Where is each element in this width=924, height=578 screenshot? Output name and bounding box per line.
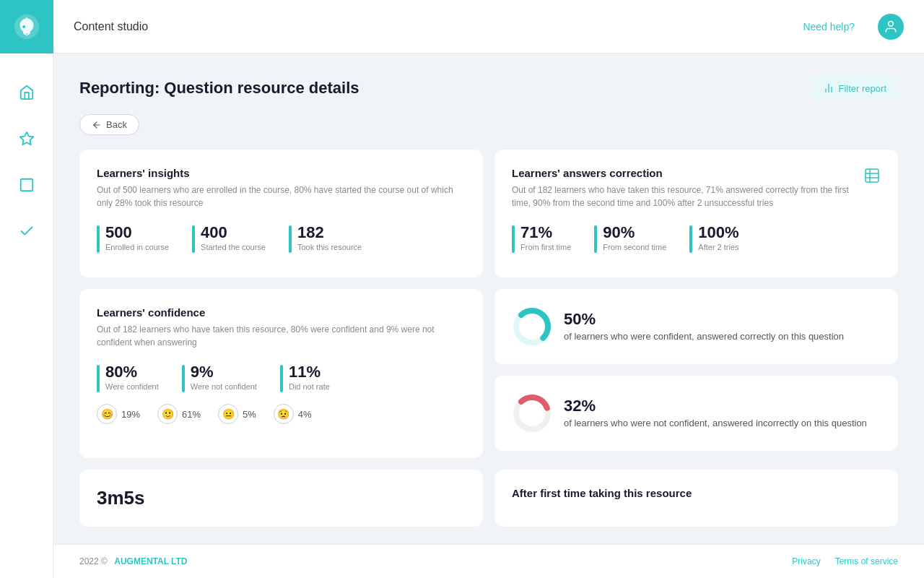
sidebar-navigation: [14, 79, 40, 244]
page-title: Reporting: Question resource details: [79, 79, 359, 98]
app-header: Content studio Need help?: [53, 0, 924, 53]
back-arrow-icon: [92, 120, 102, 130]
emoji-neutral-icon: 😐: [218, 404, 238, 424]
svg-marker-3: [19, 132, 32, 144]
stat-label-first-time: From first time: [520, 243, 571, 251]
page-footer: 2022 © AUGMENTAL LTD Privacy Terms of se…: [53, 544, 924, 578]
emoji-happy: 🙂 61%: [157, 404, 201, 424]
confidence-desc: Out of 182 learners who have taken this …: [97, 323, 466, 349]
stat-label-after-tries: After 2 tries: [698, 243, 738, 251]
stat-not-confident: 9% Were not confident: [182, 363, 257, 392]
emoji-sad-icon: 😟: [274, 404, 294, 424]
stat-value-after-tries: 100%: [698, 224, 738, 241]
confidence-32-content: 32% of learners who were not confident, …: [494, 376, 898, 451]
bottom-cards-row: 3m5s After first time taking this resour…: [79, 470, 898, 527]
back-button[interactable]: Back: [79, 114, 139, 135]
emoji-very-happy-icon: 😊: [97, 404, 117, 424]
emoji-neutral-value: 5%: [243, 409, 256, 420]
sidebar: [0, 0, 53, 578]
time-value: 3m5s: [97, 487, 466, 509]
stat-label-second-time: From second time: [603, 243, 666, 251]
top-cards-grid: Learners' insights Out of 500 learners w…: [79, 150, 898, 458]
stat-bar-took: [289, 225, 292, 253]
emoji-ratings-row: 😊 19% 🙂 61% 😐 5% 😟 4: [97, 404, 466, 424]
confidence-50-desc: of learners who were confident, answered…: [564, 330, 844, 343]
emoji-very-happy-value: 19%: [121, 409, 140, 420]
learners-insights-title: Learners' insights: [97, 167, 466, 179]
answers-correction-title: Learners' answers correction: [512, 167, 863, 179]
learners-insights-card: Learners' insights Out of 500 learners w…: [79, 150, 483, 277]
filter-report-button[interactable]: Filter report: [811, 77, 898, 100]
confidence-32-text: 32% of learners who were not confident, …: [564, 397, 867, 430]
stat-label-confident: Were confident: [105, 382, 159, 391]
stat-label-enrolled: Enrolled in course: [105, 243, 169, 251]
stat-label-not-confident: Were not confident: [191, 382, 257, 391]
terms-link[interactable]: Terms of service: [835, 556, 898, 566]
stat-bar-confident: [97, 365, 100, 392]
stat-confident: 80% Were confident: [97, 363, 159, 392]
answers-correction-card: Learners' answers correction Out of 182 …: [494, 150, 898, 277]
learners-insights-stats: 500 Enrolled in course 400 Started the c…: [97, 224, 466, 253]
stat-took: 182 Took this resource: [289, 224, 362, 253]
answers-card-header: Learners' answers correction Out of 182 …: [512, 167, 881, 224]
filter-icon: [823, 82, 834, 94]
emoji-very-happy: 😊 19%: [97, 404, 140, 424]
confidence-32-value: 32%: [564, 397, 867, 415]
emoji-neutral: 😐 5%: [218, 404, 256, 424]
confidence-50-text: 50% of learners who were confident, answ…: [564, 310, 844, 343]
answers-correction-stats: 71% From first time 90% From second time: [512, 224, 881, 253]
stat-bar-after-tries: [689, 225, 692, 253]
answers-icon: [863, 167, 881, 187]
privacy-link[interactable]: Privacy: [792, 556, 820, 566]
confidence-donut-col: 50% of learners who were confident, answ…: [494, 289, 898, 458]
help-link[interactable]: Need help?: [803, 21, 855, 33]
confidence-32-card: 32% of learners who were not confident, …: [494, 376, 898, 451]
stat-value-took: 182: [297, 224, 362, 241]
footer-links: Privacy Terms of service: [792, 556, 898, 566]
stat-value-no-rate: 11%: [289, 363, 330, 381]
stat-label-no-rate: Did not rate: [289, 382, 330, 391]
sidebar-item-tasks[interactable]: [14, 218, 40, 244]
sidebar-item-content[interactable]: [14, 126, 40, 152]
sidebar-item-home[interactable]: [14, 79, 40, 105]
learners-insights-desc: Out of 500 learners who are enrolled in …: [97, 184, 466, 210]
time-card: 3m5s: [79, 470, 483, 527]
stat-bar-first-time: [512, 225, 515, 253]
stat-value-second-time: 90%: [603, 224, 666, 241]
stat-first-time: 71% From first time: [512, 224, 571, 253]
confidence-32-desc: of learners who were not confident, answ…: [564, 417, 867, 430]
donut-32: [512, 393, 552, 434]
after-first-time-label: After first time taking this resource: [512, 487, 881, 499]
emoji-sad-value: 4%: [298, 409, 312, 420]
stat-value-enrolled: 500: [105, 224, 169, 241]
after-first-time-card: After first time taking this resource: [494, 470, 898, 527]
app-logo[interactable]: [0, 0, 53, 53]
sidebar-item-layers[interactable]: [14, 172, 40, 198]
stat-value-started: 400: [201, 224, 266, 241]
svg-rect-4: [20, 179, 32, 191]
learners-confidence-card: Learners' confidence Out of 182 learners…: [79, 289, 483, 458]
main-content: Reporting: Question resource details Fil…: [53, 53, 924, 544]
confidence-stats: 80% Were confident 9% Were not confident: [97, 363, 466, 392]
confidence-50-card: 50% of learners who were confident, answ…: [494, 289, 898, 364]
stat-value-first-time: 71%: [520, 224, 571, 241]
stat-value-confident: 80%: [105, 363, 159, 381]
svg-point-5: [889, 21, 894, 26]
app-title: Content studio: [74, 20, 791, 33]
emoji-happy-value: 61%: [182, 409, 201, 420]
user-avatar[interactable]: [878, 14, 904, 40]
svg-point-1: [22, 25, 25, 28]
stat-label-started: Started the course: [201, 243, 266, 251]
answers-correction-desc: Out of 182 learners who have taken this …: [512, 184, 863, 210]
stat-no-rate: 11% Did not rate: [280, 363, 330, 392]
stat-second-time: 90% From second time: [594, 224, 666, 253]
confidence-50-content: 50% of learners who were confident, answ…: [494, 289, 898, 364]
emoji-sad: 😟 4%: [274, 404, 312, 424]
stat-enrolled: 500 Enrolled in course: [97, 224, 169, 253]
stat-bar-not-confident: [182, 365, 185, 392]
stat-started: 400 Started the course: [192, 224, 266, 253]
donut-50: [512, 306, 552, 347]
stat-bar-no-rate: [280, 365, 283, 392]
stat-value-not-confident: 9%: [191, 363, 257, 381]
confidence-50-value: 50%: [564, 310, 844, 329]
